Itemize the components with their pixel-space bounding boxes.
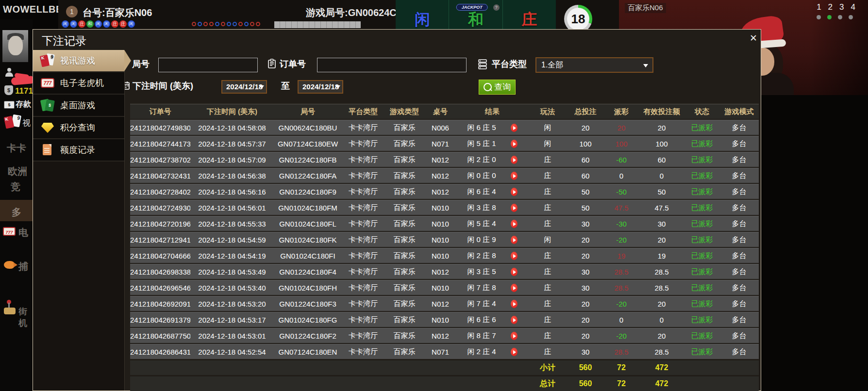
- sidebar-item-doc[interactable]: 额度记录: [33, 139, 124, 162]
- replay-video-button[interactable]: [511, 140, 517, 148]
- column-header-game: 游戏类型: [384, 107, 424, 116]
- date-to-picker[interactable]: 2024/12/18: [298, 80, 343, 94]
- cell-round: GN01024C180FI: [274, 252, 342, 260]
- user-avatar[interactable]: [2, 30, 28, 62]
- replay-video-button[interactable]: [511, 236, 517, 244]
- column-header-status: 状态: [684, 107, 719, 116]
- cell-table: N010: [424, 252, 456, 260]
- nav-item-kaka[interactable]: 卡卡: [7, 142, 26, 155]
- roadmap-ring: [221, 22, 225, 26]
- cell-order: 241218042728402: [130, 188, 190, 196]
- nav-item-fishing[interactable]: 捕: [18, 260, 28, 273]
- cell-status: 已派彩: [684, 315, 719, 325]
- replay-video-button[interactable]: [511, 316, 517, 324]
- bet-zones: 闲 JACKPOT ? 和 庄: [396, 0, 556, 29]
- cell-game: 百家乐: [384, 171, 424, 180]
- nav-video-tab[interactable]: 视: [22, 117, 31, 129]
- camera-number[interactable]: 2: [828, 2, 833, 12]
- cell-bet: 20: [567, 316, 604, 324]
- result-text: 闲 2 庄 4: [467, 347, 496, 356]
- result-text: 闲 5 庄 1: [467, 139, 496, 147]
- table-row: 2412180426913792024-12-18 04:53:17GN0102…: [130, 312, 759, 327]
- cell-game: 百家乐: [384, 235, 424, 244]
- avatar-face: [8, 36, 23, 55]
- cell-order: 241218042738702: [130, 156, 190, 164]
- replay-video-button[interactable]: [511, 300, 517, 308]
- date-from-picker[interactable]: 2024/12/18: [221, 80, 267, 94]
- cell-platform: 卡卡湾厅: [342, 235, 384, 244]
- cell-mode: 多台: [719, 347, 759, 357]
- nav-item-multi[interactable]: 多: [12, 206, 21, 219]
- platform-select[interactable]: 1.全部: [535, 57, 653, 73]
- replay-video-button[interactable]: [511, 172, 517, 180]
- cell-payout: 0: [604, 316, 639, 324]
- cell-valid: 28.5: [639, 348, 684, 356]
- sidebar-item-slot[interactable]: 777电子老虎机: [33, 72, 124, 95]
- bet-zone-banker[interactable]: 庄: [503, 0, 556, 29]
- nav-item-arcade[interactable]: 街机: [18, 306, 33, 329]
- cell-table: N012: [424, 300, 456, 308]
- replay-video-button[interactable]: [511, 284, 517, 292]
- sidebar-item-label: 视讯游戏: [60, 55, 95, 66]
- table-row: 2412180427129412024-12-18 04:54:59GN0102…: [130, 232, 759, 247]
- table-header-row: 订单号下注时间 (美东)局号平台类型游戏类型桌号结果玩法总投注派彩有效投注额状态…: [130, 104, 759, 119]
- banker-zone-label: 庄: [521, 12, 537, 27]
- roadmap-badge: 闲: [70, 20, 77, 28]
- cell-result: 闲 8 庄 7: [456, 331, 528, 341]
- bet-zone-tie[interactable]: JACKPOT ? 和: [449, 0, 502, 29]
- replay-video-button[interactable]: [511, 348, 517, 356]
- round-filter-input[interactable]: [158, 58, 258, 72]
- replay-video-button[interactable]: [511, 220, 517, 228]
- camera-number[interactable]: 4: [851, 2, 855, 12]
- cell-valid: 28.5: [639, 268, 684, 276]
- nav-item-compete[interactable]: 竞: [11, 180, 20, 194]
- bet-zone-player[interactable]: 闲: [396, 0, 449, 29]
- cell-payout: -20: [604, 300, 639, 308]
- sidebar-item-gem[interactable]: 积分查询: [33, 117, 124, 139]
- cell-platform: 卡卡湾厅: [342, 219, 384, 228]
- replay-video-button[interactable]: [511, 268, 517, 276]
- replay-video-button[interactable]: [511, 252, 517, 260]
- total-valid: 472: [639, 363, 684, 372]
- replay-video-button[interactable]: [511, 124, 517, 132]
- camera-number[interactable]: 3: [839, 2, 844, 12]
- search-icon: [484, 83, 492, 91]
- sidebar-item-cards[interactable]: 9K视讯游戏: [33, 50, 124, 72]
- cell-method: 闲: [528, 139, 567, 148]
- replay-video-button[interactable]: [511, 332, 517, 340]
- cell-game: 百家乐: [384, 251, 424, 261]
- cell-platform: 卡卡湾厅: [342, 187, 384, 196]
- cell-valid: 47.5: [639, 204, 684, 212]
- table-row: 2412180427284022024-12-18 04:56:16GN0122…: [130, 184, 759, 199]
- sidebar-item-table-games[interactable]: $桌面游戏: [33, 95, 124, 117]
- cell-status: 已派彩: [684, 219, 719, 228]
- column-header-valid: 有效投注额: [639, 107, 684, 116]
- cell-payout: 100: [604, 140, 639, 148]
- cell-mode: 多台: [719, 251, 759, 261]
- camera-number[interactable]: 1: [817, 2, 821, 12]
- replay-video-button[interactable]: [511, 156, 517, 164]
- total-valid: 472: [639, 379, 684, 388]
- cell-payout: -30: [604, 220, 639, 228]
- search-button[interactable]: 查询: [479, 80, 516, 95]
- clipboard-icon: [267, 58, 277, 69]
- cell-status: 已派彩: [684, 187, 719, 196]
- cell-round: GN01224C180F3: [274, 300, 342, 308]
- roadmap-ring: [215, 22, 219, 26]
- deposit-button[interactable]: 存款: [16, 99, 31, 110]
- roadmap-ring: [233, 22, 237, 26]
- countdown-value: 18: [567, 8, 589, 30]
- cell-bet: 20: [567, 332, 604, 340]
- nav-item-slots[interactable]: 电: [18, 226, 28, 239]
- help-icon[interactable]: ?: [493, 4, 500, 11]
- cell-game: 百家乐: [384, 299, 424, 309]
- cell-order: 241218042704666: [130, 252, 190, 260]
- nav-item-europe[interactable]: 欧洲: [8, 165, 27, 178]
- platform-filter-label: 平台类型: [492, 58, 527, 70]
- cell-time: 2024-12-18 04:56:01: [190, 204, 274, 212]
- replay-video-button[interactable]: [511, 188, 517, 196]
- close-icon[interactable]: ✕: [750, 33, 757, 44]
- order-filter-input[interactable]: [317, 58, 467, 72]
- replay-video-button[interactable]: [511, 204, 517, 212]
- cell-round: GN01024C180FH: [274, 284, 342, 292]
